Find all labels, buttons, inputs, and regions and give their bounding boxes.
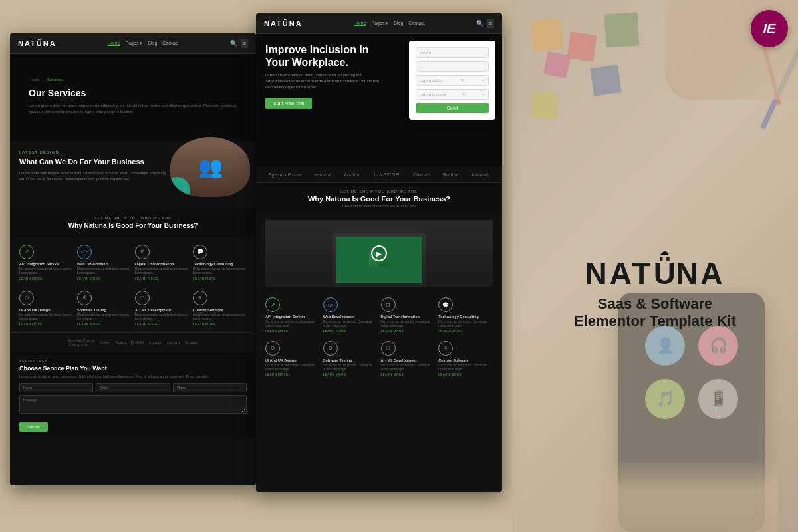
s2-custom-desc: Dix ut cras ac nisl rutrum. Consequat nu… [438,364,493,372]
s2-nav-home[interactable]: Home [354,21,366,26]
screen2-video[interactable]: ▶ [265,220,493,287]
screens-area: NATÜNA Home Pages ▾ Blog Contact 🔍 ≡ Hom… [0,0,519,532]
web-icon: </> [81,249,88,254]
s2-service-custom: ≡ Custom Software Dix ut cras ac nisl ru… [438,341,493,377]
s2-api-name: API Integration Service [265,315,320,319]
brand-name-end: NA [676,255,725,291]
play-button[interactable]: ▶ [371,245,387,261]
logo-arsiitec: Arsiitec [185,340,198,344]
s2-logo-semerit: semerit [314,172,331,177]
service-ai-learn-more[interactable]: LEARN MORE [135,323,189,326]
menu-icon[interactable]: ≡ [241,39,248,48]
s2-web-icon: </> [327,303,334,307]
screen2-nav: NATÜNA Home Pages ▾ Blog Contact 🔍 ≡ [256,13,502,34]
s2-logo-chance: Chance [413,172,430,177]
service-api-desc: Dix praesent cras ac nisl rutrum laoreet… [19,267,73,276]
s2-ui-learn-more[interactable]: LEARN MORE [265,373,320,376]
service-testing-learn-more[interactable]: LEARN MORE [77,323,131,326]
s2-ui-name: UI And UX Design [265,358,320,362]
s2-ai-icon-box: □ [381,341,396,356]
nav-link-blog[interactable]: Blog [148,41,157,46]
why-title: Why Natuna Is Good For Your Business? [19,222,247,229]
s2-menu-icon[interactable]: ≡ [487,19,494,28]
s2-ai-learn-more[interactable]: LEARN MORE [381,373,436,376]
service-consulting-learn-more[interactable]: LEARN MORE [193,277,247,281]
service-digital-desc: Dix praesent cras ac nisl rutrum laoreet… [135,267,189,276]
screen2-cta-button[interactable]: Start Free Trial [265,98,312,109]
s2-service-ai: □ AI / ML Development Dix ut cras ac nis… [381,341,436,377]
nav-link-contact[interactable]: Contact [162,41,178,46]
service-ai: □ AI / ML Development Dix praesent cras … [135,291,189,327]
s2-nav-contact[interactable]: Contact [408,21,424,26]
service-web-learn-more[interactable]: LEARN MORE [77,277,131,281]
service-ui-learn-more[interactable]: LEARN MORE [19,323,73,326]
form-card-submit[interactable]: Send [416,103,489,113]
s2-tech-name: Technology Consulting [438,315,493,319]
service-testing-desc: Dix praesent cras ac nisl rutrum laoreet… [77,313,131,322]
s2-test-learn-more[interactable]: LEARN MORE [323,373,378,376]
service-ui-icon-box: ⊙ [19,291,34,305]
s2-search-icon[interactable]: 🔍 [476,20,483,27]
service-digital: ⊡ Digital Transformation Dix praesent cr… [135,245,189,281]
s2-ai-icon: □ [386,345,390,351]
appt-submit-button[interactable]: Submit [19,422,48,432]
appt-desc: Lorem ipsum dolor sit amet consectetur. … [19,374,247,379]
s2-web-icon-box: </> [323,297,338,312]
s2-nav-blog[interactable]: Blog [394,21,403,26]
screen1-logos: Egestas FusceCras Ipsum Quley Scam FLEUR… [10,332,256,352]
logo-egestas: Egestas FusceCras Ipsum [68,338,94,346]
screen1-what-section: 👥 LATEST DESIGN What Can We Do For Your … [10,141,256,209]
form-card-field2[interactable]: ... [416,61,489,72]
service-testing-name: Software Testing [77,308,131,312]
form-card-field1[interactable]: Lorem [416,47,489,58]
screen1-nav-logo: NATÜNA [18,39,57,47]
form-card-select1[interactable]: Lorem action ▼ [416,75,489,86]
service-consulting-desc: Dix praesent cras ac nisl rutrum laoreet… [193,267,247,276]
service-consulting-name: Technology Consulting [193,262,247,266]
service-web-desc: Dix praesent cras ac nisl rutrum laoreet… [77,267,131,276]
s2-digital-learn-more[interactable]: LEARN MORE [381,330,436,333]
screen2-form-card: Lorem ... Lorem action ▼ Lorem duis pie … [409,41,495,120]
s2-logo-manntte: Manntte [471,172,489,177]
s2-test-name: Software Testing [323,358,378,362]
service-custom-learn-more[interactable]: LEARN MORE [193,323,247,326]
service-web: </> Web Development Dix praesent cras ac… [77,245,131,281]
appt-phone-input[interactable] [173,383,247,392]
digital-icon: ⊡ [140,249,145,255]
appt-name-input[interactable] [19,383,93,392]
service-digital-learn-more[interactable]: LEARN MORE [135,277,189,281]
logo-quley: Quley [100,340,110,344]
s2-logo-arsiitec: Arsiitec [344,172,361,177]
service-ui: ⊙ UI And UX Design Dix praesent cras ac … [19,291,73,327]
s2-digital-desc: Dix ut cras ac nisl rutrum. Consequat nu… [381,320,436,329]
appt-email-input[interactable] [96,383,170,392]
search-icon[interactable]: 🔍 [230,40,237,47]
service-api-learn-more[interactable]: LEARN MORE [19,277,73,281]
s2-test-icon: ⚙ [328,345,332,351]
s2-tech-learn-more[interactable]: LEARN MORE [438,330,493,333]
appt-message-textarea[interactable] [19,395,247,414]
s2-service-test: ⚙ Software Testing Dix ut cras ac nisl r… [323,341,378,377]
service-api: ↗ API Integration Service Dix praesent c… [19,245,73,281]
s2-web-learn-more[interactable]: LEARN MORE [323,330,378,333]
ai-icon: □ [141,295,144,301]
s2-api-desc: Dix ut cras ac nisl rutrum. Consequat nu… [265,320,320,329]
form-card-select2[interactable]: Lorem duis pie ▼ [416,89,489,100]
screen1-services-grid: ↗ API Integration Service Dix praesent c… [10,238,256,287]
service-web-name: Web Development [77,262,131,266]
testing-icon: ⚙ [82,295,87,301]
screen2-nav-logo: NATÜNA [264,19,303,27]
s2-nav-pages[interactable]: Pages ▾ [372,21,389,26]
screen1-hero-title: Our Services [29,87,237,99]
nav-link-home[interactable]: Home [108,41,120,46]
screen1-services-grid-2: ⊙ UI And UX Design Dix praesent cras ac … [10,287,256,333]
s2-service-ui: ⊙ UI And UX Design Dix ut cras ac nisl r… [265,341,320,377]
s2-tech-icon-box: 💬 [438,297,453,312]
s2-custom-learn-more[interactable]: LEARN MORE [438,373,493,376]
service-web-icon-box: </> [77,245,92,259]
screen-1: NATÜNA Home Pages ▾ Blog Contact 🔍 ≡ Hom… [10,33,256,485]
service-digital-name: Digital Transformation [135,262,189,266]
s2-api-learn-more[interactable]: LEARN MORE [265,330,320,333]
s2-logo-brailon: Brailon [443,172,459,177]
nav-link-pages[interactable]: Pages ▾ [126,41,143,46]
